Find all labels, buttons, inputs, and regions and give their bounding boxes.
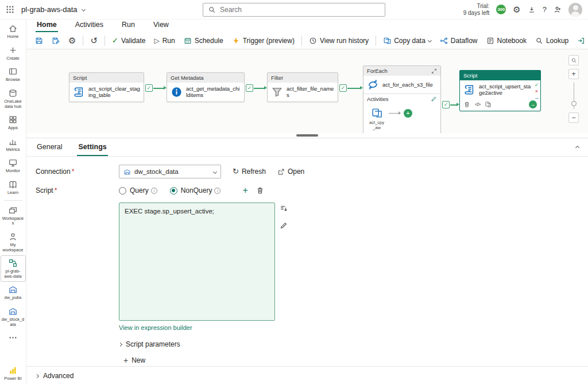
script-parameters-section[interactable]: Script parameters bbox=[119, 340, 579, 348]
tab-general[interactable]: General bbox=[36, 142, 63, 156]
activity-node-filter[interactable]: Filter act_filter_file_names bbox=[267, 72, 338, 102]
clone-activity-icon[interactable] bbox=[485, 101, 492, 108]
info-icon[interactable]: i bbox=[214, 188, 220, 194]
new-parameter-button[interactable]: + New bbox=[123, 356, 579, 364]
view-code-icon[interactable]: </> bbox=[475, 102, 480, 107]
help-icon[interactable]: ? bbox=[543, 5, 547, 14]
splitter-handle[interactable] bbox=[296, 134, 318, 137]
new-label: New bbox=[131, 356, 145, 364]
search-input[interactable] bbox=[220, 6, 380, 14]
pipeline-settings-button[interactable]: ⚙ bbox=[64, 34, 80, 47]
download-icon[interactable] bbox=[528, 6, 536, 14]
sidebar-item-workspaces[interactable]: Workspaces bbox=[1, 203, 26, 229]
on-success-badge[interactable]: ✓ bbox=[442, 101, 450, 108]
delete-activity-icon[interactable] bbox=[463, 101, 470, 108]
global-search[interactable] bbox=[203, 3, 385, 17]
info-icon[interactable]: i bbox=[151, 188, 157, 194]
clock-icon bbox=[309, 37, 317, 45]
sidebar-item-browse[interactable]: Browse bbox=[1, 64, 26, 85]
on-success-badge[interactable]: ✓ bbox=[339, 84, 347, 92]
add-inner-activity-button[interactable]: + bbox=[404, 109, 412, 118]
tab-run[interactable]: Run bbox=[121, 20, 136, 32]
foreach-activities-label: Activities bbox=[367, 96, 388, 102]
sidebar-item-learn[interactable]: Learn bbox=[1, 177, 26, 199]
title-chevron-down-icon[interactable] bbox=[82, 7, 86, 11]
add-script-button[interactable]: + bbox=[242, 185, 247, 196]
activity-node-get-metadata[interactable]: Get Metadata act_get_metadata_childitems bbox=[167, 72, 245, 102]
script-code-editor[interactable]: EXEC stage.sp_upsert_active; bbox=[119, 203, 275, 321]
sidebar-item-monitor[interactable]: Monitor bbox=[1, 155, 26, 177]
powerbi-footer[interactable]: Power BI bbox=[4, 366, 21, 382]
sidebar-item-dw-pubs[interactable]: dw_pubs bbox=[1, 282, 26, 304]
plus-icon bbox=[8, 45, 18, 55]
undo-icon: ↺ bbox=[90, 37, 98, 45]
trigger-preview-button[interactable]: Trigger (preview) bbox=[228, 34, 299, 47]
tab-activities[interactable]: Activities bbox=[74, 20, 105, 32]
activity-node-foreach[interactable]: ForEach act_for_each_s3_file Activities … bbox=[363, 65, 441, 133]
sidebar-item-pipeline-current[interactable]: pl-grab-aws-data bbox=[1, 255, 26, 282]
activity-node-script-clear-staging[interactable]: Script act_script_clear_staging_table bbox=[69, 72, 144, 102]
edit-pencil-icon[interactable] bbox=[280, 221, 288, 230]
on-success-badge[interactable]: ✓ bbox=[145, 84, 153, 92]
sidebar-item-metrics[interactable]: Metrics bbox=[1, 134, 26, 155]
sidebar-item-dw-stock-data[interactable]: dw_stock_data bbox=[1, 304, 26, 330]
points-badge[interactable]: 300 bbox=[496, 5, 506, 14]
tab-view[interactable]: View bbox=[152, 20, 170, 32]
learn-icon bbox=[8, 180, 18, 189]
invoke-pipeline-button[interactable]: Invoke Pipeline bbox=[573, 34, 588, 47]
refresh-button[interactable]: ↻ Refresh bbox=[233, 168, 266, 176]
lookup-button[interactable]: Lookup bbox=[531, 34, 572, 47]
validate-button[interactable]: ✓ Validate bbox=[108, 34, 149, 47]
node-name: act_filter_file_names bbox=[287, 85, 334, 99]
tab-home[interactable]: Home bbox=[36, 20, 58, 32]
open-connection-button[interactable]: Open bbox=[277, 168, 304, 176]
delete-script-button[interactable] bbox=[256, 186, 264, 195]
sidebar-item-home[interactable]: Home bbox=[1, 21, 26, 42]
connection-dropdown[interactable]: dw_stock_data bbox=[119, 165, 221, 178]
activity-node-script-upsert-selected[interactable]: Script act_script_upsert_stage2active ✓ … bbox=[459, 70, 541, 111]
dataflow-button[interactable]: Dataflow bbox=[436, 34, 482, 47]
schedule-button[interactable]: Schedule bbox=[180, 34, 227, 47]
code-editor-toolbar bbox=[280, 203, 288, 230]
view-run-history-button[interactable]: View run history bbox=[305, 34, 373, 47]
pipeline-canvas[interactable]: Script act_script_clear_staging_table Ge… bbox=[26, 49, 588, 133]
sidebar-item-apps[interactable]: Apps bbox=[1, 112, 26, 134]
zoom-in-button[interactable]: + bbox=[568, 69, 579, 79]
zoom-slider-handle[interactable] bbox=[571, 101, 577, 106]
expression-builder-link[interactable]: View in expression builder bbox=[119, 324, 579, 331]
save-as-button[interactable] bbox=[48, 34, 64, 47]
zoom-out-button[interactable]: − bbox=[568, 112, 579, 123]
undo-button[interactable]: ↺ bbox=[86, 34, 102, 47]
inner-copy-activity[interactable]: act_cpy_aw bbox=[368, 107, 385, 130]
edit-pencil-icon[interactable] bbox=[431, 96, 437, 102]
nonquery-radio[interactable] bbox=[170, 187, 177, 195]
sidebar-item-create[interactable]: Create bbox=[1, 42, 26, 64]
settings-gear-icon[interactable]: ⚙ bbox=[513, 6, 520, 14]
sidebar-item-onelake[interactable]: OneLake data hub bbox=[1, 85, 26, 112]
canvas-search-button[interactable] bbox=[568, 55, 579, 65]
query-radio[interactable] bbox=[119, 187, 126, 195]
tab-settings[interactable]: Settings bbox=[77, 142, 107, 156]
on-completion-port-icon[interactable]: → bbox=[534, 95, 539, 100]
run-button[interactable]: ▷ Run bbox=[150, 34, 179, 47]
copy-data-button[interactable]: Copy data bbox=[379, 34, 435, 47]
add-connector-button[interactable]: → bbox=[529, 100, 537, 108]
notebook-button[interactable]: Notebook bbox=[482, 34, 531, 47]
save-button[interactable] bbox=[31, 34, 47, 47]
feedback-person-icon[interactable] bbox=[554, 6, 562, 14]
sidebar-more-button[interactable] bbox=[1, 330, 26, 345]
expand-icon[interactable] bbox=[431, 68, 437, 74]
expand-editor-icon[interactable] bbox=[280, 204, 288, 212]
on-success-port-icon[interactable]: ✓ bbox=[535, 82, 539, 88]
advanced-section[interactable]: Advanced bbox=[26, 366, 588, 385]
on-fail-port-icon[interactable]: × bbox=[535, 88, 538, 94]
sidebar-item-my-workspace[interactable]: My workspace bbox=[1, 229, 26, 255]
app-launcher-icon[interactable] bbox=[6, 5, 14, 14]
toolbar-separator bbox=[301, 36, 302, 46]
pipeline-title[interactable]: pl-grab-aws-data bbox=[21, 5, 78, 14]
collapse-panel-button[interactable] bbox=[576, 143, 579, 151]
zoom-slider[interactable] bbox=[574, 83, 574, 109]
sidebar-item-label: Metrics bbox=[2, 147, 25, 153]
user-avatar[interactable] bbox=[568, 3, 582, 17]
on-success-badge[interactable]: ✓ bbox=[246, 84, 253, 92]
